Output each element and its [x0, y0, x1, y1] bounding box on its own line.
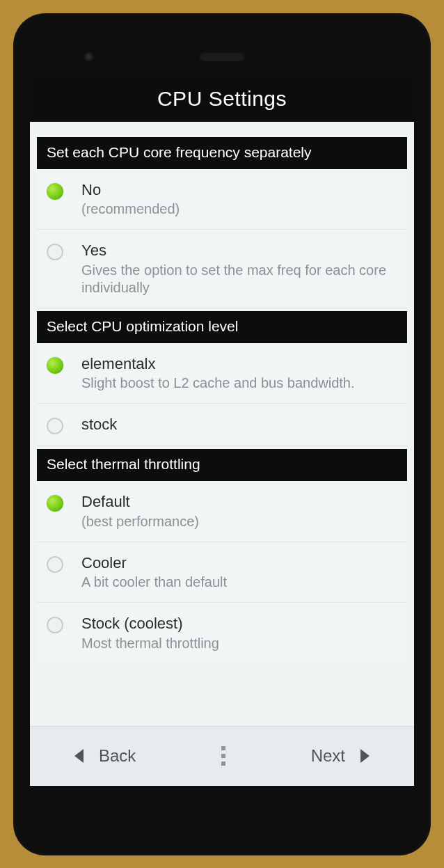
option-subtitle: Gives the option to set the max freq for… [81, 262, 397, 297]
next-label: Next [311, 746, 345, 766]
option-title: elementalx [81, 354, 397, 374]
radio-icon [47, 418, 63, 434]
option-text: No (recommended) [81, 180, 397, 219]
earpiece-speaker [199, 52, 245, 62]
option-title: stock [81, 415, 397, 434]
option-text: Yes Gives the option to set the max freq… [81, 241, 397, 297]
option-title: Default [81, 492, 397, 512]
back-button[interactable]: Back [74, 746, 136, 766]
chevron-right-icon [360, 749, 370, 763]
section-header-optimization: Select CPU optimization level [37, 311, 407, 343]
option-thermal-cooler[interactable]: Cooler A bit cooler than default [37, 542, 407, 603]
option-subtitle: (recommended) [81, 200, 397, 218]
option-text: stock [81, 415, 397, 434]
option-subtitle: A bit cooler than default [81, 574, 397, 591]
radio-icon [47, 183, 63, 200]
radio-icon [47, 617, 63, 633]
settings-content: Set each CPU core frequency separately N… [30, 122, 414, 726]
option-subtitle: Most thermal throttling [81, 635, 397, 652]
section-header-thermal: Select thermal throttling [37, 449, 407, 481]
overflow-menu-icon[interactable] [221, 746, 225, 766]
option-title: Cooler [81, 553, 397, 573]
option-subtitle: (best performance) [81, 513, 397, 530]
option-text: Stock (coolest) Most thermal throttling [81, 614, 397, 652]
front-camera [84, 52, 95, 63]
option-text: Default (best performance) [81, 492, 397, 530]
chevron-left-icon [74, 749, 84, 763]
option-thermal-stock[interactable]: Stock (coolest) Most thermal throttling [37, 603, 407, 663]
option-title: Stock (coolest) [81, 614, 397, 633]
option-subtitle: Slight boost to L2 cache and bus bandwid… [81, 374, 397, 392]
back-label: Back [99, 746, 136, 766]
option-core-freq-no[interactable]: No (recommended) [37, 169, 407, 230]
radio-icon [47, 244, 63, 260]
option-title: Yes [81, 241, 397, 260]
radio-icon [47, 357, 63, 374]
page-title: CPU Settings [30, 77, 414, 122]
section-header-core-freq: Set each CPU core frequency separately [37, 137, 407, 169]
radio-icon [47, 495, 63, 512]
option-text: Cooler A bit cooler than default [81, 553, 397, 592]
phone-frame: CPU Settings Set each CPU core frequency… [13, 13, 431, 855]
option-text: elementalx Slight boost to L2 cache and … [81, 354, 397, 393]
option-thermal-default[interactable]: Default (best performance) [37, 481, 407, 542]
option-title: No [81, 180, 397, 200]
radio-icon [47, 556, 63, 573]
screen: CPU Settings Set each CPU core frequency… [30, 77, 414, 786]
option-core-freq-yes[interactable]: Yes Gives the option to set the max freq… [37, 230, 407, 308]
bottom-nav: Back Next [30, 726, 414, 786]
option-opt-stock[interactable]: stock [37, 404, 407, 446]
option-opt-elementalx[interactable]: elementalx Slight boost to L2 cache and … [37, 343, 407, 404]
next-button[interactable]: Next [311, 746, 370, 766]
